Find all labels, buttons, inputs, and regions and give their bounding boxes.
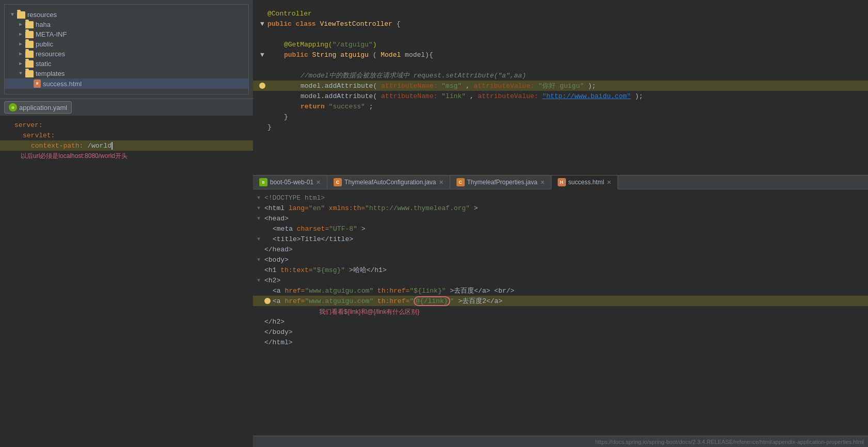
tab-success-html[interactable]: H success.html ✕ xyxy=(551,175,618,189)
html-close: </html> xyxy=(264,339,293,346)
fold-10 xyxy=(257,288,263,294)
gutter: ▼ xyxy=(257,51,267,59)
annotate-at-link: @{/link} xyxy=(414,296,450,306)
tab-close-success[interactable]: ✕ xyxy=(607,179,611,186)
html-line-7: ▼ <body> xyxy=(253,254,868,265)
chevron-down-icon xyxy=(9,11,16,19)
html-editor[interactable]: ▼ <!DOCTYPE html> ▼ <html lang="en" xmln… xyxy=(253,189,868,436)
tree-label-meta: META-INF xyxy=(36,30,67,38)
body-close: </body> xyxy=(264,328,293,336)
status-text: https://docs.spring.io/spring-boot/docs/… xyxy=(595,439,864,445)
paren: ( xyxy=(373,51,377,59)
attr-name-label2: attributeName: xyxy=(381,92,441,100)
file-tree: resources haha META-INF public xyxy=(4,4,249,94)
annotation-controller: @Controller xyxy=(267,10,312,18)
yaml-icon: ⚙ xyxy=(9,103,17,111)
model-type: Model xyxy=(381,51,405,59)
folder-icon-templates xyxy=(25,70,34,77)
attr-link-val: "http://www.baidu.com" xyxy=(542,92,631,100)
fold-3: ▼ xyxy=(257,216,263,221)
tree-label-resources: resources xyxy=(27,11,57,19)
html-line-11: <a href="www.atguigu.com" th:href="@{/li… xyxy=(253,296,868,306)
model-add2: model.addAttribute( xyxy=(301,92,381,100)
yaml-editor[interactable]: server: servlet: context-path: /world 以后… xyxy=(0,116,253,447)
tree-item-haha[interactable]: haha xyxy=(5,20,248,29)
charset-attr: charset= xyxy=(297,225,329,233)
folder-icon-static xyxy=(25,60,34,68)
yaml-line-error: 以后url必须是localhost:8080/world开头 xyxy=(0,151,253,161)
th-href-attr1: th:href= xyxy=(377,287,409,295)
fold-7: ▼ xyxy=(257,257,263,263)
java-line-1: @Controller xyxy=(253,8,868,19)
href-val1: "www.atguigu.com" xyxy=(305,287,373,295)
java-line-6: model.addAttribute( attributeName: "link… xyxy=(253,91,868,101)
tree-item-templates[interactable]: templates xyxy=(5,69,248,78)
tab-close-boot[interactable]: ✕ xyxy=(316,179,321,186)
fold-2: ▼ xyxy=(257,205,263,211)
bulb-icon[interactable] xyxy=(259,83,265,89)
tab-close-auto[interactable]: ✕ xyxy=(439,179,444,186)
chevron-right-icon-public xyxy=(17,41,24,48)
boot-tab-label: boot-05-web-01 xyxy=(270,179,313,186)
tab-boot[interactable]: B boot-05-web-01 ✕ xyxy=(253,175,327,189)
model-param: model){ xyxy=(405,51,433,59)
html-code-block: ▼ <!DOCTYPE html> ▼ <html lang="en" xmln… xyxy=(253,189,868,350)
html-file-icon: H xyxy=(34,79,41,88)
tree-label-res2: resources xyxy=(36,50,65,58)
h1-content: >哈哈</h1> xyxy=(349,266,387,274)
gutter: ▼ xyxy=(257,20,267,28)
gutter-bulb xyxy=(257,83,267,89)
yaml-servlet: servlet: xyxy=(23,132,55,139)
tree-item-resources[interactable]: resources xyxy=(5,10,248,20)
tab-thymeleaf-auto[interactable]: C ThymeleafAutoConfiguration.java ✕ xyxy=(327,175,450,189)
tab-close-props[interactable]: ✕ xyxy=(540,179,545,186)
comment-model: //model中的数据会被放在请求域中 request.setAttribute… xyxy=(301,72,526,79)
annotation-getmapping: @GetMapping("/atguigu") xyxy=(284,41,376,49)
boot-tab-icon: B xyxy=(259,178,267,186)
attr-link-key: "link" xyxy=(441,92,466,100)
tree-item-resources2[interactable]: resources xyxy=(5,49,248,59)
h2-open: <h2> xyxy=(264,277,280,284)
kw-public: public xyxy=(267,20,296,28)
bulb-icon-html[interactable] xyxy=(264,298,271,304)
tree-label-templates: templates xyxy=(36,70,65,77)
semi3: ; xyxy=(369,103,373,110)
meta-tag: <meta xyxy=(273,225,297,233)
chevron-right-icon-static xyxy=(17,60,24,68)
th-text-val: "${msg}" xyxy=(313,266,345,274)
a1-open: <a xyxy=(273,287,285,295)
top-code-editor[interactable]: @Controller ▼ public class ViewTestContr… xyxy=(253,0,868,175)
java-tab-icon-1: C xyxy=(334,178,342,186)
head-open: <head> xyxy=(264,215,289,222)
lang-val: "en" xyxy=(309,204,325,212)
tree-item-public[interactable]: public xyxy=(5,39,248,49)
html-line-3: ▼ <head> xyxy=(253,213,868,224)
tab-thymeleaf-props[interactable]: C ThymeleafProperties.java ✕ xyxy=(450,175,551,189)
h2-close: </h2> xyxy=(264,318,285,326)
chevron-right-icon xyxy=(17,21,24,28)
folder-icon-public xyxy=(25,41,34,48)
left-panel: resources haha META-INF public xyxy=(0,0,253,447)
meta-close: > xyxy=(361,225,366,233)
html-line-5: ▼ <title>Title</title> xyxy=(253,234,868,244)
tree-item-meta-inf[interactable]: META-INF xyxy=(5,29,248,39)
thymeleaf-auto-label: ThymeleafAutoConfiguration.java xyxy=(344,179,436,186)
yaml-context-path-value: /world xyxy=(87,142,113,150)
right-panel: @Controller ▼ public class ViewTestContr… xyxy=(253,0,868,447)
fold-5: ▼ xyxy=(257,236,263,242)
folder-icon-haha xyxy=(25,21,34,28)
string-type: String xyxy=(312,51,341,59)
attr-value-label2: attributeValue: xyxy=(478,92,542,100)
java-line-4: ▼ public String atguigu ( Model model){ xyxy=(253,50,868,60)
fold-1: ▼ xyxy=(257,195,263,201)
fold-14 xyxy=(257,340,263,345)
application-yaml-tab[interactable]: ⚙ application.yaml xyxy=(4,101,72,114)
brace: { xyxy=(397,20,401,28)
tree-item-success-html[interactable]: H success.html xyxy=(5,78,248,89)
tree-item-static[interactable]: static xyxy=(5,59,248,69)
return-val: "success" xyxy=(329,103,365,110)
a2-content: >去百度2</a> xyxy=(458,297,502,305)
doctype: <!DOCTYPE html> xyxy=(264,194,325,202)
th-href-val2-pre: " xyxy=(409,297,414,305)
head-close: </head> xyxy=(264,246,293,253)
